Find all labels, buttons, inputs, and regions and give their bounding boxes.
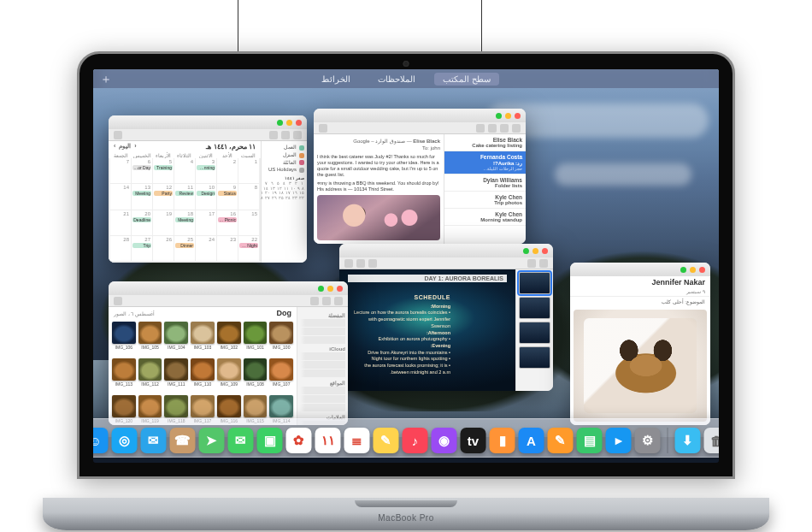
dock-preferences-icon[interactable]: ⚙ <box>635 428 661 453</box>
calendar-event[interactable]: Design <box>197 191 215 196</box>
calendar-grid[interactable]: 123Team Planning45Training6Labor Day789S… <box>109 158 261 263</box>
finder-file-item[interactable]: IMG_106 <box>112 322 136 356</box>
slide-canvas[interactable]: DAY 1: AURORA BOREALIS SCHEDULE Morning:… <box>339 269 515 391</box>
calendar-cell[interactable]: 14 <box>110 184 131 209</box>
calendar-event[interactable]: Team Planning <box>197 165 215 170</box>
calendar-cell[interactable]: 28 <box>110 236 131 261</box>
calendar-cell[interactable]: 15 <box>238 210 259 235</box>
sidebar-item[interactable] <box>300 336 345 344</box>
zoom-icon[interactable] <box>277 120 283 126</box>
minimize-icon[interactable] <box>690 267 696 273</box>
calendar-event[interactable]: Dinner <box>175 243 194 248</box>
dock-keynote-icon[interactable]: ▸ <box>606 428 632 453</box>
calendar-event[interactable]: Meeting <box>175 217 194 222</box>
finder-file-item[interactable]: IMG_108 <box>244 358 268 393</box>
space-tab[interactable]: الملاحظات <box>369 73 424 86</box>
view-button[interactable] <box>310 297 319 305</box>
mail-message-row[interactable]: Kyle ChenMorning standup <box>444 209 526 226</box>
calendar-cell[interactable]: 23 <box>217 236 238 261</box>
dog-image[interactable] <box>574 310 707 422</box>
calendar-event[interactable]: Movie Night <box>239 243 258 248</box>
calendar-cell[interactable]: 27Trip <box>132 236 152 261</box>
dock-appstore-icon[interactable]: A <box>519 428 544 453</box>
calendar-event[interactable]: Family Picnic <box>218 217 237 222</box>
calendar-cell[interactable]: 17 <box>196 210 216 235</box>
finder-sidebar[interactable]: المفضلةiCloudالمواقعالعلامات <box>297 307 348 425</box>
close-icon[interactable] <box>296 120 302 126</box>
calendar-cell[interactable]: 2 <box>217 158 238 183</box>
calendar-cell[interactable]: 20Deadline <box>132 210 152 235</box>
toolbar-button[interactable] <box>500 124 509 133</box>
calendar-cell[interactable]: 16Family Picnic <box>217 210 238 235</box>
finder-file-item[interactable]: IMG_109 <box>217 358 241 393</box>
toolbar-button[interactable] <box>114 131 122 139</box>
dock-mail-icon[interactable]: ✉ <box>141 428 167 453</box>
calendar-prev-button[interactable]: ‹ <box>134 143 136 151</box>
calendar-cell[interactable]: 10Design <box>196 184 216 209</box>
titlebar[interactable] <box>314 109 526 122</box>
calendar-window[interactable]: العملالمنزلالعائلةUS Holidays صفر ١٤٤١ ١… <box>109 115 307 263</box>
titlebar[interactable] <box>109 115 307 129</box>
sidebar-item[interactable] <box>300 395 345 403</box>
calendar-cell[interactable]: 1 <box>238 158 259 183</box>
mail-message-list[interactable]: Elise BlackCake catering listingFernanda… <box>444 134 526 244</box>
dock-downloads-icon[interactable]: ⬇ <box>675 428 701 453</box>
dock-tv-icon[interactable]: tv <box>461 428 486 453</box>
mail-window[interactable]: Elise BlackCake catering listingFernanda… <box>314 109 526 244</box>
dock-safari-icon[interactable]: ◎ <box>112 428 138 453</box>
calendar-category[interactable]: US Holidays <box>264 167 304 174</box>
sidebar-item[interactable] <box>300 369 345 377</box>
zoom-icon[interactable] <box>523 248 529 254</box>
forward-button[interactable] <box>322 297 331 305</box>
dock[interactable]: ☺◎✉☎➤✉▣✿١١≣✎♪◉tv▮A✎▤▸⚙⬇🗑 <box>93 418 719 458</box>
zoom-icon[interactable] <box>318 286 324 292</box>
dock-finder-icon[interactable]: ☺ <box>93 428 109 453</box>
finder-file-item[interactable]: IMG_105 <box>138 322 162 356</box>
keynote-window[interactable]: DAY 1: AURORA BOREALIS SCHEDULE Morning:… <box>339 244 553 391</box>
dock-numbers-icon[interactable]: ▤ <box>577 428 603 453</box>
dock-podcasts-icon[interactable]: ◉ <box>432 428 457 453</box>
finder-file-item[interactable]: IMG_107 <box>269 358 293 393</box>
sidebar-item[interactable] <box>300 387 345 394</box>
calendar-cell[interactable]: 8 <box>238 184 259 209</box>
slide-thumbnail[interactable] <box>519 346 550 369</box>
sidebar-item[interactable] <box>300 404 345 411</box>
calendar-today-button[interactable]: اليوم <box>119 143 131 151</box>
calendar-event[interactable]: Training <box>154 165 173 170</box>
calendar-cell[interactable]: 5Training <box>153 158 174 183</box>
mail-message-row[interactable]: Kyle ChenTrip photos <box>444 192 526 209</box>
finder-file-item[interactable]: IMG_103 <box>191 322 215 356</box>
finder-icon-grid[interactable]: IMG_100IMG_101IMG_102IMG_103IMG_104IMG_1… <box>109 319 297 425</box>
mail-attachment-image[interactable] <box>317 195 440 240</box>
calendar-next-button[interactable]: › <box>114 143 115 151</box>
calendar-event[interactable]: Meeting <box>132 191 151 196</box>
close-icon[interactable] <box>699 267 705 273</box>
dock-pages-icon[interactable]: ✎ <box>548 428 574 453</box>
toolbar-button[interactable] <box>476 124 485 133</box>
back-button[interactable] <box>334 297 343 305</box>
calendar-cell[interactable]: 9Status <box>217 184 238 209</box>
calendar-category[interactable]: المنزل <box>264 152 304 159</box>
toolbar-button[interactable] <box>512 124 521 133</box>
minimize-icon[interactable] <box>286 120 292 126</box>
toolbar-button[interactable] <box>488 124 497 133</box>
finder-window[interactable]: المفضلةiCloudالمواقعالعلامات Dog أغسطس ٦… <box>109 281 348 425</box>
calendar-category[interactable]: العمل <box>264 145 304 151</box>
calendar-cell[interactable]: 24 <box>196 236 216 261</box>
slide-thumbnail[interactable] <box>519 297 550 319</box>
minimize-icon[interactable] <box>327 286 333 292</box>
slide-thumbnail[interactable] <box>519 272 550 294</box>
dock-maps-icon[interactable]: ➤ <box>199 428 225 453</box>
calendar-cell[interactable]: 6Labor Day <box>132 158 152 183</box>
toolbar-button[interactable] <box>281 131 290 139</box>
toolbar-button[interactable] <box>368 259 377 268</box>
finder-file-item[interactable]: IMG_112 <box>138 358 162 393</box>
dock-notes-icon[interactable]: ✎ <box>374 428 399 453</box>
toolbar-button[interactable] <box>269 131 278 139</box>
sidebar-item[interactable] <box>300 328 345 335</box>
mail-message-row[interactable]: Dylan WilliamsFolder lists <box>444 174 526 192</box>
toolbar-button[interactable] <box>293 131 302 139</box>
sidebar-item[interactable] <box>300 352 345 360</box>
mail-message-row[interactable]: Fernanda Costaرد: Aurika?!حجز الرحلات ال… <box>444 151 526 174</box>
calendar-cell[interactable]: 3Team Planning <box>196 158 216 183</box>
